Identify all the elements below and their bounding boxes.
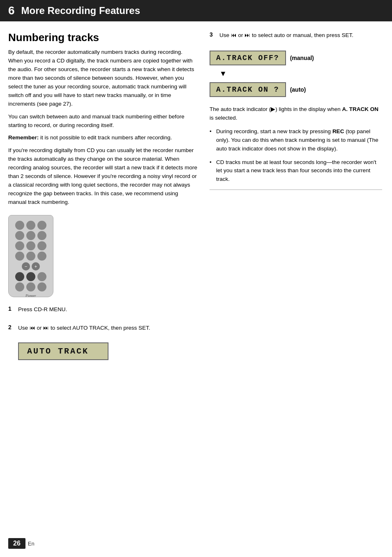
remote-btn-rec (15, 272, 24, 281)
remote-plus-btn: + (32, 262, 40, 270)
step-3-text: Use ⏮ or ⏭ to select auto or manual, the… (219, 31, 382, 40)
remote-row-1 (12, 221, 50, 230)
chapter-title: More Recording Features (21, 5, 140, 16)
remote-row-3 (12, 241, 50, 250)
remote-btn-9 (37, 241, 46, 250)
paragraph-remember: Remember: it is not possible to edit tra… (8, 134, 197, 142)
lcd-on-display: A.TRACK ON ? (210, 82, 286, 97)
step-3: 3 Use ⏮ or ⏭ to select auto or manual, t… (210, 31, 382, 190)
remote-btn-17 (26, 282, 35, 291)
section-divider (210, 190, 382, 190)
paragraph-1: By default, the recorder automatically n… (8, 48, 197, 108)
remote-row-6 (12, 282, 50, 291)
indicator-text-end: is selected. (210, 115, 238, 121)
step-1-number: 1 (8, 305, 15, 312)
remember-text: it is not possible to edit track numbers… (40, 134, 172, 141)
remote-row-2 (12, 231, 50, 240)
lcd-displays: A.TRACK OFF? (manual) ▼ A.TRACK ON ? (au… (210, 48, 382, 99)
remote-btn-play (26, 272, 35, 281)
arrow-down-icon: ▼ (219, 69, 382, 78)
remote-btn-7 (15, 241, 24, 250)
paragraph-2: You can switch between auto and manual t… (8, 113, 197, 130)
bullet-list: During recording, start a new track by p… (210, 127, 382, 184)
page-footer: 26 En (8, 538, 35, 549)
main-content: Numbering tracks By default, the recorde… (0, 21, 392, 377)
lcd-off-display: A.TRACK OFF? (210, 51, 286, 65)
remote-btn-16 (15, 282, 24, 291)
page-number: 26 (8, 538, 25, 549)
section-title: Numbering tracks (8, 31, 197, 44)
remote-row-5 (12, 272, 50, 281)
remote-btn-10 (15, 252, 24, 261)
remote-btn-6 (37, 231, 46, 240)
remote-btn-5 (26, 231, 35, 240)
remote-btn-18 (37, 282, 46, 291)
left-column: Numbering tracks By default, the recorde… (8, 31, 197, 368)
remote-btn-12 (37, 252, 46, 261)
remote-row-4 (12, 252, 50, 261)
remote-btn-15 (37, 272, 46, 281)
arrow-down-container: ▼ (215, 69, 382, 78)
auto-track-display: AUTO TRACK (18, 342, 108, 360)
rec-bold: REC (332, 128, 344, 134)
indicator-bold: A. TRACK ON (342, 106, 378, 112)
paragraph-3: If you're recording digitally from CD yo… (8, 146, 197, 206)
step-2-text: Use ⏮ or ⏭ to select AUTO TRACK, then pr… (18, 324, 197, 333)
remote-brand-logo: Pioneer (12, 294, 50, 298)
step-3-header: 3 Use ⏮ or ⏭ to select auto or manual, t… (210, 31, 382, 44)
step-1: 1 Press CD-R MENU. (8, 305, 197, 318)
step-2-content: 2 Use ⏮ or ⏭ to select AUTO TRACK, then … (8, 324, 197, 337)
lcd-row-on: A.TRACK ON ? (auto) (210, 80, 382, 99)
remote-btn-8 (26, 241, 35, 250)
bullet-2: CD tracks must be at least four seconds … (210, 158, 382, 184)
remote-btn-2 (26, 221, 35, 230)
lcd-row-off: A.TRACK OFF? (manual) (210, 48, 382, 68)
remote-control: − + Pioneer (8, 215, 53, 297)
indicator-text: The auto track indicator (▶) lights in t… (210, 105, 382, 122)
remote-btn-11 (26, 252, 35, 261)
lcd-on-label: (auto) (290, 86, 306, 93)
indicator-text-start: The auto track indicator (▶) lights in t… (210, 106, 342, 112)
remote-btn-3 (37, 221, 46, 230)
step-1-text: Press CD-R MENU. (18, 305, 197, 314)
remote-special-row: − + (12, 262, 50, 270)
remote-btn-1 (15, 221, 24, 230)
step-1-content: 1 Press CD-R MENU. (8, 305, 197, 318)
step-2-display-area: AUTO TRACK (18, 340, 197, 363)
chapter-header: 6 More Recording Features (0, 0, 392, 21)
remember-label: Remember: (8, 134, 39, 141)
step-3-number: 3 (210, 31, 216, 38)
remote-illustration: − + Pioneer (8, 215, 197, 297)
remote-btn-4 (15, 231, 24, 240)
remote-minus-btn: − (22, 262, 30, 270)
step-2: 2 Use ⏮ or ⏭ to select AUTO TRACK, then … (8, 324, 197, 363)
bullet-1: During recording, start a new track by p… (210, 127, 382, 153)
right-column: 3 Use ⏮ or ⏭ to select auto or manual, t… (210, 31, 382, 368)
lcd-off-label: (manual) (290, 55, 314, 61)
step-2-number: 2 (8, 324, 15, 331)
chapter-number: 6 (8, 4, 15, 17)
page-language: En (28, 541, 35, 547)
